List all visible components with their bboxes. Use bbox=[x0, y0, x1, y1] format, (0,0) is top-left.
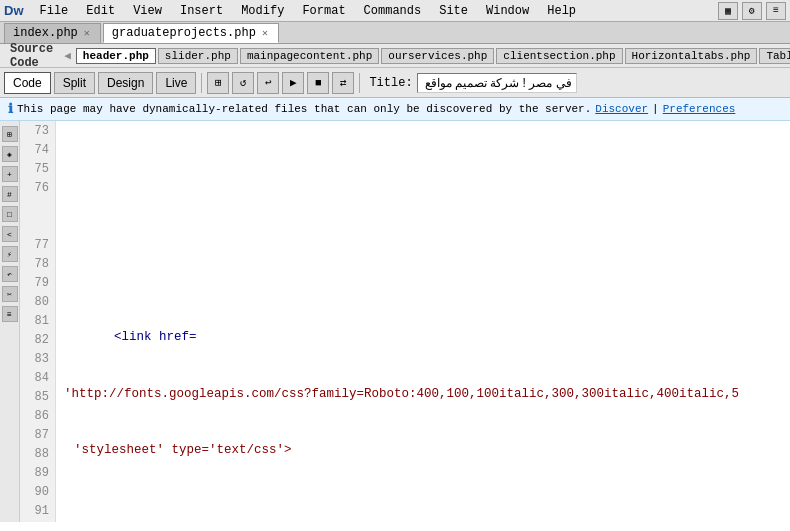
sidebar-ap-icon[interactable]: □ bbox=[2, 206, 18, 222]
preferences-link[interactable]: Preferences bbox=[663, 103, 736, 115]
tab-index-php-label: index.php bbox=[13, 26, 78, 40]
settings-icon[interactable]: ⚙ bbox=[742, 2, 762, 20]
sidebar-code-hints-icon[interactable]: ≡ bbox=[2, 306, 18, 322]
line-75 bbox=[64, 272, 782, 291]
file-chip-ourservices[interactable]: ourservices.php bbox=[381, 48, 494, 64]
nav-forward-icon[interactable]: ▶ bbox=[282, 72, 304, 94]
refresh-icon[interactable]: ↺ bbox=[232, 72, 254, 94]
source-code-bar: Source Code ◀ header.php slider.php main… bbox=[0, 44, 790, 68]
code-lines[interactable]: <link href= 'http://fonts.googleapis.com… bbox=[56, 121, 790, 522]
sidebar-behaviors-icon[interactable]: ⚡ bbox=[2, 246, 18, 262]
file-chip-horizontaltabs[interactable]: Horizontaltabs.php bbox=[625, 48, 758, 64]
line-numbers: 73 74 75 76 77 78 79 80 81 82 83 84 85 8… bbox=[20, 121, 56, 522]
menu-site[interactable]: Site bbox=[431, 2, 476, 20]
menu-file[interactable]: File bbox=[32, 2, 77, 20]
title-label: Title: bbox=[369, 76, 412, 90]
info-message: This page may have dynamically-related f… bbox=[17, 103, 591, 115]
code-button[interactable]: Code bbox=[4, 72, 51, 94]
file-chip-clientsection[interactable]: clientsection.php bbox=[496, 48, 622, 64]
title-area: Title: bbox=[369, 73, 576, 93]
menu-insert[interactable]: Insert bbox=[172, 2, 231, 20]
separator-1 bbox=[201, 73, 202, 93]
line-76b: 'http://fonts.googleapis.com/css?family=… bbox=[64, 385, 782, 404]
stop-icon[interactable]: ■ bbox=[307, 72, 329, 94]
sidebar-snippets-icon[interactable]: ✂ bbox=[2, 286, 18, 302]
line-73 bbox=[64, 159, 782, 178]
app-logo: Dw bbox=[4, 3, 24, 18]
sidebar-css-icon[interactable]: # bbox=[2, 186, 18, 202]
design-button[interactable]: Design bbox=[98, 72, 153, 94]
tab-index-php-close[interactable]: ✕ bbox=[82, 27, 92, 39]
editor-area: ⊞ ◈ + # □ < ⚡ ↶ ✂ ≡ 73 74 75 76 77 78 79… bbox=[0, 121, 790, 522]
sync-icon[interactable]: ⇄ bbox=[332, 72, 354, 94]
menu-modify[interactable]: Modify bbox=[233, 2, 292, 20]
sidebar-insert-icon[interactable]: + bbox=[2, 166, 18, 182]
code-editor[interactable]: 73 74 75 76 77 78 79 80 81 82 83 84 85 8… bbox=[20, 121, 790, 522]
inspect-icon[interactable]: ⊞ bbox=[207, 72, 229, 94]
sidebar-history-icon[interactable]: ↶ bbox=[2, 266, 18, 282]
tab-graduateprojects-php-close[interactable]: ✕ bbox=[260, 27, 270, 39]
info-icon: ℹ bbox=[8, 101, 13, 117]
menu-commands[interactable]: Commands bbox=[356, 2, 430, 20]
sidebar-assets-icon[interactable]: ◈ bbox=[2, 146, 18, 162]
nav-back-icon[interactable]: ↩ bbox=[257, 72, 279, 94]
menu-edit[interactable]: Edit bbox=[78, 2, 123, 20]
menu-bar: Dw File Edit View Insert Modify Format C… bbox=[0, 0, 790, 22]
source-code-label: Source Code bbox=[4, 40, 59, 72]
layout-icon[interactable]: ▦ bbox=[718, 2, 738, 20]
tab-graduateprojects-php[interactable]: graduateprojects.php ✕ bbox=[103, 23, 279, 43]
file-chip-slider[interactable]: slider.php bbox=[158, 48, 238, 64]
line-74 bbox=[64, 215, 782, 234]
menu-help[interactable]: Help bbox=[539, 2, 584, 20]
toolbar: Code Split Design Live ⊞ ↺ ↩ ▶ ■ ⇄ Title… bbox=[0, 68, 790, 98]
sidebar-left: ⊞ ◈ + # □ < ⚡ ↶ ✂ ≡ bbox=[0, 121, 20, 522]
tab-graduateprojects-php-label: graduateprojects.php bbox=[112, 26, 256, 40]
line-76a: <link href= bbox=[64, 328, 782, 347]
line-76c: 'stylesheet' type='text/css'> bbox=[64, 441, 782, 460]
extra-icon[interactable]: ≡ bbox=[766, 2, 786, 20]
info-bar: ℹ This page may have dynamically-related… bbox=[0, 98, 790, 121]
menu-view[interactable]: View bbox=[125, 2, 170, 20]
sidebar-files-icon[interactable]: ⊞ bbox=[2, 126, 18, 142]
discover-link[interactable]: Discover bbox=[595, 103, 648, 115]
menu-icons: ▦ ⚙ ≡ bbox=[718, 2, 786, 20]
line-77 bbox=[64, 498, 782, 517]
file-chip-tablebox[interactable]: Tablebox.php bbox=[759, 48, 790, 64]
split-button[interactable]: Split bbox=[54, 72, 95, 94]
separator-2 bbox=[359, 73, 360, 93]
menu-window[interactable]: Window bbox=[478, 2, 537, 20]
title-input[interactable] bbox=[417, 73, 577, 93]
file-chip-header[interactable]: header.php bbox=[76, 48, 156, 64]
info-separator: | bbox=[652, 103, 659, 115]
file-chip-mainpagecontent[interactable]: mainpagecontent.php bbox=[240, 48, 379, 64]
file-tabs: index.php ✕ graduateprojects.php ✕ bbox=[0, 22, 790, 44]
live-button[interactable]: Live bbox=[156, 72, 196, 94]
menu-format[interactable]: Format bbox=[294, 2, 353, 20]
sidebar-tag-icon[interactable]: < bbox=[2, 226, 18, 242]
